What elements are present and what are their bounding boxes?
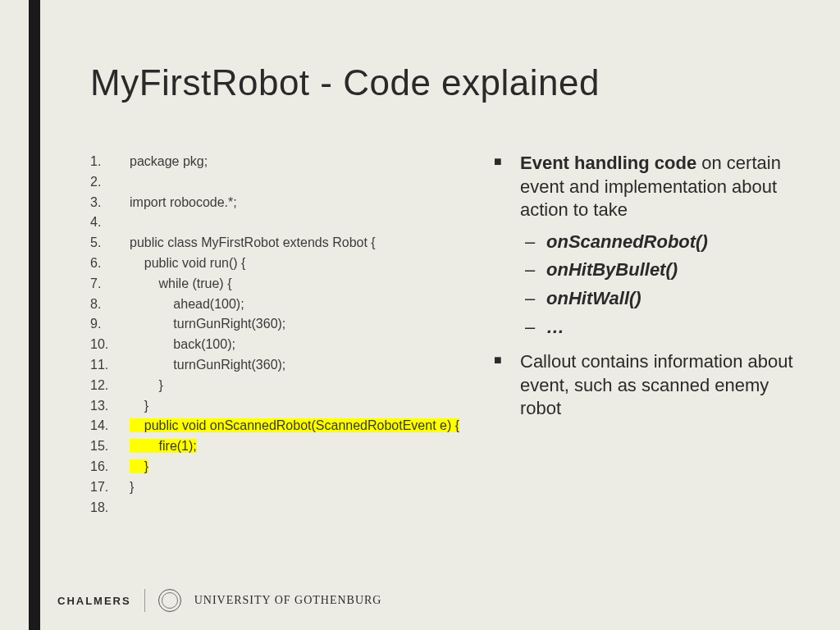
code-text: back(100); (130, 335, 476, 355)
code-line: 17.} (90, 477, 476, 498)
code-line: 12. } (90, 376, 476, 396)
line-number: 3. (90, 193, 130, 213)
code-line: 2. (90, 172, 476, 193)
line-number: 15. (90, 436, 130, 457)
line-number: 9. (90, 314, 130, 335)
code-line: 10. back(100); (90, 335, 476, 355)
sub-bullet-item: onScannedRobot() (520, 231, 799, 254)
bullet-item: Event handling code on certain event and… (492, 152, 799, 339)
code-text: ahead(100); (130, 294, 476, 315)
code-text: turnGunRight(360); (130, 314, 476, 335)
sub-bullet-item: … (520, 316, 799, 340)
line-number: 17. (90, 477, 130, 498)
code-listing: 1.package pkg;2.3.import robocode.*;4.5.… (90, 152, 476, 564)
line-number: 18. (90, 498, 130, 518)
code-line: 7. while (true) { (90, 274, 476, 294)
code-text: turnGunRight(360); (130, 355, 476, 376)
bullet-strong: Event handling code (520, 153, 696, 173)
code-text: import robocode.*; (130, 193, 476, 213)
code-line: 5.public class MyFirstRobot extends Robo… (90, 233, 476, 253)
university-name: UNIVERSITY OF GOTHENBURG (194, 594, 382, 607)
code-text: } (130, 477, 476, 498)
bullet-item: Callout contains information about event… (492, 350, 799, 421)
line-number: 2. (90, 172, 130, 193)
line-number: 10. (90, 335, 130, 355)
code-line: 3.import robocode.*; (90, 193, 476, 213)
code-line: 6. public void run() { (90, 253, 476, 274)
line-number: 4. (90, 212, 130, 233)
code-text: while (true) { (130, 274, 476, 294)
code-line: 4. (90, 212, 476, 233)
code-text: } (130, 376, 476, 396)
chalmers-logo: CHALMERS (57, 595, 131, 607)
code-line: 15. fire(1); (90, 436, 476, 457)
sub-bullet-item: onHitByBullet() (520, 258, 799, 282)
code-line: 11. turnGunRight(360); (90, 355, 476, 376)
code-line: 1.package pkg; (90, 152, 476, 172)
code-text (130, 498, 476, 518)
line-number: 6. (90, 253, 130, 274)
code-line: 14. public void onScannedRobot(ScannedRo… (90, 416, 476, 436)
accent-bar (29, 0, 40, 630)
line-number: 1. (90, 152, 130, 172)
line-number: 8. (90, 294, 130, 315)
footer: CHALMERS UNIVERSITY OF GOTHENBURG (57, 589, 381, 612)
code-text (130, 172, 476, 193)
code-text: public void onScannedRobot(ScannedRobotE… (130, 416, 476, 436)
sub-bullet-item: onHitWall() (520, 287, 799, 311)
line-number: 7. (90, 274, 130, 294)
code-text: } (130, 396, 476, 417)
line-number: 5. (90, 233, 130, 253)
slide-content: 1.package pkg;2.3.import robocode.*;4.5.… (90, 152, 799, 564)
line-number: 16. (90, 457, 130, 477)
code-line: 16. } (90, 457, 476, 477)
line-number: 14. (90, 416, 130, 436)
code-text: public void run() { (130, 253, 476, 274)
code-text: fire(1); (130, 436, 476, 457)
university-seal-icon (158, 589, 181, 612)
code-text: public class MyFirstRobot extends Robot … (130, 233, 476, 253)
line-number: 13. (90, 396, 130, 417)
code-line: 9. turnGunRight(360); (90, 314, 476, 335)
line-number: 12. (90, 376, 130, 396)
code-line: 18. (90, 498, 476, 518)
footer-divider (144, 589, 145, 612)
code-text: } (130, 457, 476, 477)
bullet-points: Event handling code on certain event and… (476, 152, 799, 564)
code-text (130, 212, 476, 233)
code-text: package pkg; (130, 152, 476, 172)
slide-title: MyFirstRobot - Code explained (90, 62, 600, 103)
line-number: 11. (90, 355, 130, 376)
code-line: 13. } (90, 396, 476, 417)
code-line: 8. ahead(100); (90, 294, 476, 315)
